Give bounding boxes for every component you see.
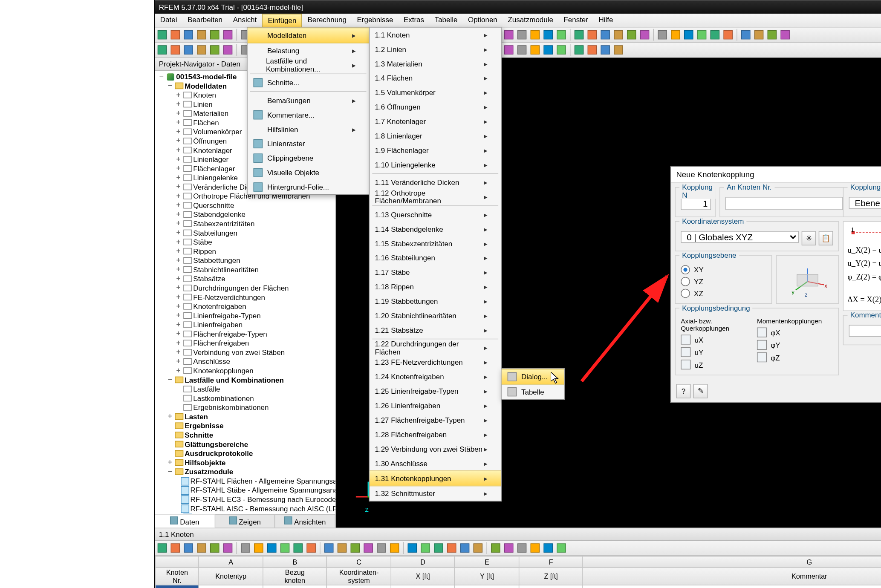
toolbar-button[interactable] [156,44,168,56]
menu-item[interactable]: Kommentare... [247,108,369,122]
toolbar-button[interactable] [222,542,234,554]
toolbar-button[interactable] [612,29,624,41]
tree-item[interactable]: +RF-STAHL AISC - Bemessung nach AISC (LR… [157,504,335,513]
menu-item[interactable]: 1.18 Rippen▸ [370,280,501,294]
plane-radio-yz[interactable]: YZ [681,277,766,286]
menu-datei[interactable]: Datei [155,14,182,27]
toolbar-button[interactable] [542,44,554,56]
toolbar-button[interactable] [182,542,194,554]
node-number-input[interactable] [725,197,843,210]
menu-item[interactable]: 1.12 Orthotrope Flächen/Membranen▸ [370,190,501,204]
menu-item[interactable]: 1.5 Volumenkörper▸ [370,85,501,100]
navigator-tab[interactable]: Ansichten [275,515,335,528]
tree-item[interactable]: +Flächenfreigabe-Typen [157,329,335,339]
menu-item[interactable]: Hilfslinien▸ [247,122,369,136]
tree-item[interactable]: +Glättungsbereiche [157,440,335,449]
plane-radio-xy[interactable]: XY [681,265,766,274]
menu-fenster[interactable]: Fenster [558,14,593,27]
coupling-type-select[interactable]: Ebene [849,197,881,209]
toolbar-button[interactable] [753,29,765,41]
menu-item[interactable]: 1.27 Flächenfreigabe-Typen▸ [370,413,501,427]
toolbar-button[interactable] [222,44,234,56]
tree-item[interactable]: +Flächenfreigaben [157,339,335,348]
toolbar-button[interactable] [336,542,348,554]
toolbar-button[interactable] [542,542,554,554]
menu-item[interactable]: 1.28 Flächenfreigaben▸ [370,427,501,442]
tree-item[interactable]: +Ergebnisse [157,421,335,431]
toolbar-button[interactable] [529,44,541,56]
toolbar-button[interactable] [638,29,650,41]
toolbar-button[interactable] [459,542,471,554]
toolbar-button[interactable] [156,29,168,41]
toolbar-button[interactable] [766,29,778,41]
menu-item[interactable]: 1.16 Stabteilungen▸ [370,251,501,265]
toolbar-button[interactable] [503,542,514,554]
toolbar-button[interactable] [388,542,400,554]
menu-item[interactable]: 1.10 Liniengelenke▸ [370,158,501,172]
tree-item[interactable]: +Hilfsobjekte [157,458,335,467]
tree-item[interactable]: −Zusatzmodule [157,467,335,477]
menu-item[interactable]: 1.19 Stabbettungen▸ [370,294,501,308]
menu-item[interactable]: 1.17 Stäbe▸ [370,265,501,280]
toolbar-button[interactable] [182,44,194,56]
navigator-tabs[interactable]: DatenZeigenAnsichten [155,514,335,527]
toolbar-button[interactable] [709,29,721,41]
toolbar-button[interactable] [656,29,668,41]
menu-item[interactable]: Tabelle [501,385,563,399]
new-cs-button[interactable]: ✳ [801,231,816,245]
phi-check[interactable]: φZ [757,352,833,362]
u-check[interactable]: uZ [681,360,757,369]
insert-menu[interactable]: Modelldaten▸Belastung▸Lastfälle und Komb… [247,27,370,195]
menu-item[interactable]: 1.25 Linienfreigabe-Typen▸ [370,384,501,398]
toolbar-button[interactable] [419,542,431,554]
toolbar-button[interactable] [682,29,694,41]
dialog-titlebar[interactable]: Neue Knotenkopplung ✕ [671,167,881,183]
toolbar-button[interactable] [542,29,554,41]
toolbar-button[interactable] [445,542,457,554]
toolbar-button[interactable] [323,542,335,554]
toolbar-button[interactable] [305,542,317,554]
toolbar-button[interactable] [599,29,611,41]
menu-item[interactable]: 1.4 Flächen▸ [370,71,501,85]
help-button[interactable]: ? [676,383,690,398]
phi-check[interactable]: φY [757,340,833,350]
menu-hilfe[interactable]: Hilfe [593,14,618,27]
tree-item[interactable]: +RF-STAHL EC3 - Bemessung nach Eurocode … [157,495,335,504]
toolbar-button[interactable] [516,29,528,41]
toolbar-button[interactable] [169,44,181,56]
toolbar-button[interactable] [696,29,708,41]
navigator-tab[interactable]: Zeigen [215,515,275,528]
toolbar-button[interactable] [625,29,637,41]
toolbar-button[interactable] [722,29,734,41]
toolbar-button[interactable] [169,542,181,554]
tree-item[interactable]: +Rippen [157,247,335,256]
tree-item[interactable]: +Lastkombinationen [157,394,335,403]
toolbar-button[interactable] [182,29,194,41]
u-check[interactable]: uY [681,347,757,357]
menu-zusatzmodule[interactable]: Zusatzmodule [503,14,558,27]
tree-item[interactable]: +Anschlüsse [157,357,335,366]
toolbar-button[interactable] [279,542,291,554]
menu-item[interactable]: 1.29 Verbindung von zwei Stäben▸ [370,442,501,456]
table-toolbar[interactable] [155,541,881,556]
toolbar-button[interactable] [779,29,791,41]
toolbar-button[interactable] [406,542,418,554]
tree-item[interactable]: +Querschnitte [157,201,335,210]
tree-item[interactable]: +FE-Netzverdichtungen [157,293,335,302]
menu-item[interactable]: 1.30 Anschlüsse▸ [370,456,501,470]
modelldaten-submenu[interactable]: 1.1 Knoten▸1.2 Linien▸1.3 Materialien▸1.… [369,27,501,502]
toolbar-button[interactable] [490,542,502,554]
menu-item[interactable]: Clippingebene [247,151,369,165]
coord-system-select[interactable]: 0 | Globales XYZ [681,231,799,243]
toolbar-button[interactable] [266,542,277,554]
toolbar-button[interactable] [292,542,304,554]
toolbar-button[interactable] [196,44,208,56]
toolbar-button[interactable] [739,29,751,41]
tree-item[interactable]: +Stabexzentrizitäten [157,219,335,228]
menu-bearbeiten[interactable]: Bearbeiten [182,14,228,27]
tree-item[interactable]: +Stabbettungen [157,256,335,265]
data-table[interactable]: ABCDEFGKnotenNr.KnotentypBezugknotenKoor… [155,556,881,588]
toolbar-button[interactable] [586,44,598,56]
menu-item[interactable]: 1.21 Stabsätze▸ [370,323,501,337]
menu-item[interactable]: 1.32 Schnittmuster▸ [370,486,501,501]
